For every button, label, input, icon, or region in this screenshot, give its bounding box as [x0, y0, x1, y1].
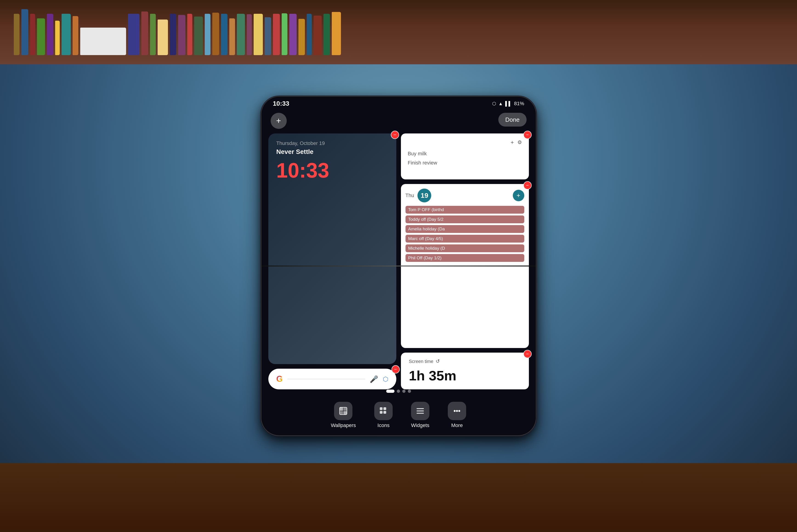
microphone-icon[interactable]: 🎤: [370, 375, 378, 383]
icons-icon: [374, 402, 393, 420]
dot-2: [397, 390, 400, 393]
svg-rect-2: [343, 407, 347, 411]
book: [273, 14, 280, 55]
svg-rect-11: [417, 413, 424, 414]
calendar-date: 19: [417, 189, 431, 202]
more-icon: [448, 402, 466, 420]
nav-item-more[interactable]: More: [448, 402, 466, 429]
status-time: 10:33: [273, 100, 289, 107]
screentime-label: Screen time: [409, 359, 434, 364]
book: [221, 14, 227, 55]
book: [289, 14, 297, 55]
status-icons: ⬡ ▲ ▌▌ 81%: [492, 101, 524, 107]
svg-rect-1: [340, 407, 343, 411]
battery-indicator: 81%: [514, 101, 524, 107]
dot-4: [408, 390, 411, 393]
screentime-refresh-icon[interactable]: ↺: [436, 358, 440, 364]
books-row: [0, 5, 797, 55]
dot-1: [386, 390, 395, 393]
book: [187, 14, 192, 55]
note-item-1: Buy milk: [408, 149, 522, 158]
signal-icon: ▌▌: [505, 101, 512, 106]
book: [332, 12, 341, 55]
search-widget[interactable]: − G 🎤 ⬡: [268, 369, 396, 390]
cal-event-4[interactable]: Marc off (Day 4/5): [405, 235, 524, 243]
notes-header: + ⚙: [408, 139, 522, 146]
more-label: More: [451, 422, 463, 429]
book: [212, 13, 219, 55]
svg-rect-6: [383, 407, 386, 410]
add-widget-button[interactable]: +: [271, 113, 287, 129]
wallpapers-label: Wallpapers: [331, 422, 356, 429]
cal-event-6[interactable]: Phil Off (Day 1/2): [405, 254, 524, 262]
calendar-events: Tom P OFF (birthd Toddy off (Day 5/2 Ame…: [405, 206, 524, 262]
svg-rect-3: [340, 411, 343, 415]
svg-rect-7: [380, 411, 382, 414]
book: [178, 15, 185, 55]
cal-event-2[interactable]: Toddy off (Day 5/2: [405, 215, 524, 223]
book: [299, 19, 305, 55]
book: [150, 14, 156, 55]
svg-rect-9: [417, 408, 424, 409]
search-divider: [287, 379, 365, 379]
svg-rect-8: [383, 411, 386, 414]
book: [21, 9, 28, 55]
cal-event-5[interactable]: Michelle holiday (D: [405, 244, 524, 252]
calendar-header: Thu 19 +: [405, 189, 524, 202]
wifi-icon: ▲: [498, 101, 503, 106]
icons-label: Icons: [378, 422, 390, 429]
screentime-value: 1h 35m: [409, 368, 521, 384]
lens-icon[interactable]: ⬡: [383, 375, 388, 383]
book: [128, 14, 139, 55]
page-dots: [386, 390, 411, 393]
svg-point-14: [458, 410, 460, 412]
book: [254, 14, 263, 55]
remove-calendar-button[interactable]: −: [524, 181, 532, 190]
table-surface: [0, 463, 797, 532]
book: [170, 14, 176, 55]
book: [30, 14, 35, 55]
remove-screentime-button[interactable]: −: [524, 350, 532, 358]
nav-item-icons[interactable]: Icons: [374, 402, 393, 429]
cal-event-3[interactable]: Amelia holiday (Da: [405, 225, 524, 233]
remove-search-button[interactable]: −: [392, 365, 400, 374]
cal-event-1[interactable]: Tom P OFF (birthd: [405, 206, 524, 214]
remove-notes-button[interactable]: −: [524, 131, 532, 139]
book: [247, 14, 252, 55]
calendar-add-button[interactable]: +: [513, 190, 524, 201]
clock-subtitle: Never Settle: [277, 148, 388, 155]
notes-add-icon[interactable]: +: [511, 139, 514, 146]
book: [141, 12, 148, 55]
right-column: − + ⚙ Buy milk Finish review − Thu: [401, 133, 529, 390]
remove-clock-button[interactable]: −: [391, 131, 399, 139]
book: [323, 14, 330, 55]
done-button[interactable]: Done: [498, 113, 526, 127]
book: [80, 27, 126, 55]
notes-settings-icon[interactable]: ⚙: [517, 139, 522, 146]
book: [265, 17, 271, 55]
note-item-2: Finish review: [408, 158, 522, 168]
shelf-top: [0, 0, 797, 64]
left-column: − Thursday, October 19 Never Settle 10:3…: [268, 133, 396, 390]
svg-rect-5: [380, 407, 382, 410]
svg-point-13: [456, 410, 458, 412]
widgets-icon: [411, 402, 430, 420]
book: [73, 16, 78, 55]
clock-time: 10:33: [277, 160, 388, 181]
widgets-area: − Thursday, October 19 Never Settle 10:3…: [268, 133, 529, 390]
wallpapers-icon: [334, 402, 353, 420]
status-bar: 10:33 ⬡ ▲ ▌▌ 81%: [262, 97, 536, 111]
svg-point-12: [454, 410, 456, 412]
nav-item-widgets[interactable]: Widgets: [411, 402, 430, 429]
hinge-line: [262, 266, 536, 266]
screentime-widget: − Screen time ↺ 1h 35m: [401, 353, 529, 390]
book: [55, 21, 60, 55]
google-g-icon: G: [277, 374, 283, 384]
book: [282, 13, 287, 55]
book: [14, 14, 20, 55]
book: [194, 17, 203, 55]
svg-rect-10: [417, 411, 424, 412]
nav-item-wallpapers[interactable]: Wallpapers: [331, 402, 356, 429]
book: [229, 18, 235, 55]
book: [307, 14, 312, 55]
